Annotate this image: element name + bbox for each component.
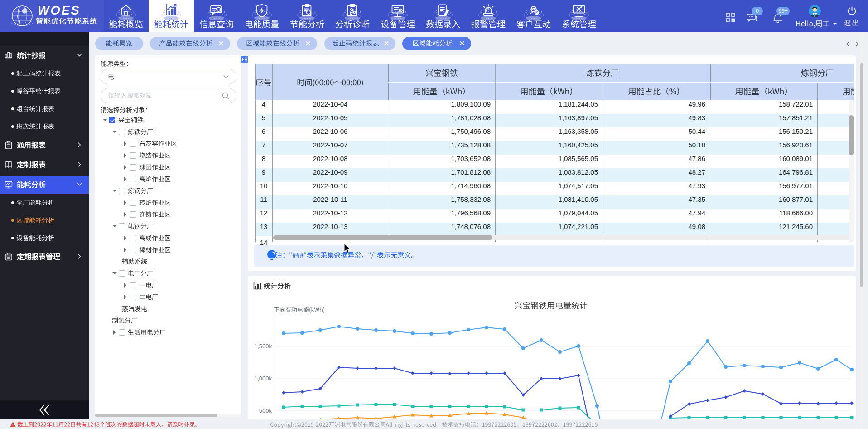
svg-text:1,000k: 1,000k <box>254 375 272 382</box>
svg-text:500k: 500k <box>259 407 272 414</box>
svg-text:1,500k: 1,500k <box>254 343 272 350</box>
